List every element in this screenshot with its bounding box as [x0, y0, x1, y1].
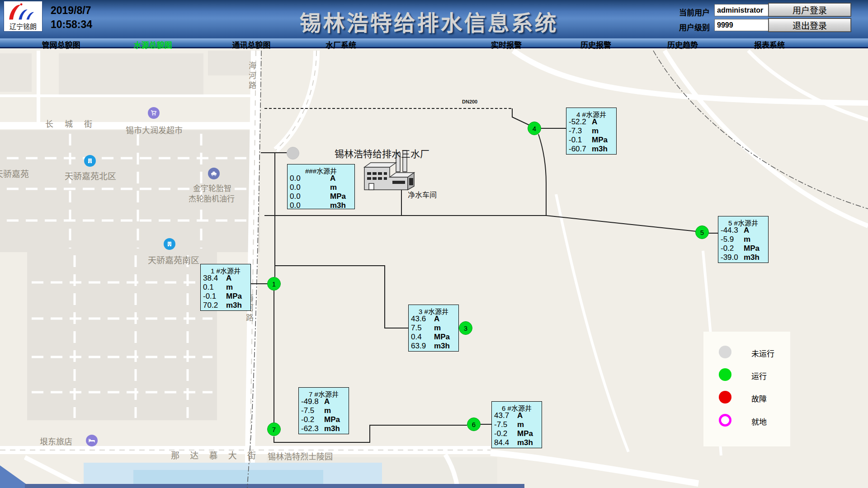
residence-building-icon — [84, 155, 96, 167]
hotel-bed-icon — [86, 435, 98, 446]
poi-label-martyrs-cemetery: 锡林浩特烈士陵园 — [268, 450, 333, 462]
well-level-value: -5.9 — [721, 235, 744, 244]
nav-tab-pipe-network-overview[interactable]: 管网总貌图 — [42, 39, 80, 50]
pipe-diameter-label: DN200 — [462, 99, 477, 104]
poi-label-hotel: 垠东旅店 — [40, 435, 72, 447]
area-label-tianjiao-south: 天骄嘉苑南区 — [148, 253, 199, 266]
well-title: 5 #水源井 — [718, 216, 768, 226]
well-title: 4 #水源井 — [566, 108, 616, 117]
well-current-value: -49.8 — [301, 397, 324, 406]
unit-mpa: MPa — [592, 136, 613, 145]
unit-ampere: A — [744, 226, 765, 235]
current-time: 10:58:34 — [51, 18, 92, 32]
well-pressure-value: -0.2 — [301, 415, 324, 424]
area-label-tianjiao: 天骄嘉苑 — [0, 167, 29, 179]
well-flow-value: 70.2 — [203, 301, 226, 310]
well-number: 4 — [533, 125, 536, 132]
well-pressure-value: -0.2 — [494, 429, 517, 438]
fault-status-icon — [719, 391, 731, 404]
idle-status-icon — [719, 346, 731, 358]
poi-label-tire-shop-2: 杰轮胎机油行 — [189, 192, 235, 204]
scada-screen: 辽宁铭朗 2019/8/7 10:58:34 锡林浩特给排水信息系统 当前用户 … — [0, 0, 868, 488]
well-number: 6 — [472, 421, 476, 428]
nav-tab-history-trend[interactable]: 历史趋势 — [667, 39, 698, 50]
unit-m3h: m3h — [744, 253, 765, 262]
well-level-value: 7.5 — [411, 324, 434, 333]
legend-row-idle: 未运行 — [703, 346, 790, 359]
unit-meter: m — [324, 406, 346, 415]
running-status-icon — [719, 368, 731, 381]
street-label-changcheng: 长 城 街 — [45, 117, 97, 129]
user-level-input[interactable] — [714, 19, 778, 31]
nav-tab-realtime-alarm[interactable]: 实时报警 — [491, 39, 522, 50]
well-flow-value: 84.4 — [494, 438, 517, 447]
unit-mpa: MPa — [226, 292, 248, 301]
unit-ampere: A — [324, 397, 346, 406]
well-5-status-circle[interactable]: 5 — [695, 225, 709, 239]
legend-row-running: 运行 — [703, 368, 790, 382]
well-number: 1 — [272, 280, 276, 288]
well-pressure-value: -0.2 — [721, 244, 744, 253]
well-4-status-circle[interactable]: 4 — [528, 122, 541, 135]
poi-label-tire-shop-1: 金宇轮胎智 — [193, 182, 231, 193]
datetime: 2019/8/7 10:58:34 — [51, 4, 92, 32]
well-flow-value: 63.9 — [411, 342, 434, 351]
current-date: 2019/8/7 — [51, 4, 92, 18]
nav-tab-water-plant-system[interactable]: 水厂系统 — [326, 39, 356, 50]
unit-ampere: A — [226, 274, 248, 283]
well-3-databox: 3 #水源井 43.6A 7.5m 0.4MPa 63.9m3h — [408, 305, 459, 352]
well-1-databox: 1 #水源井 38.4A 0.1m -0.1MPa 70.2m3h — [200, 264, 251, 311]
login-button[interactable]: 用户登录 — [769, 3, 851, 16]
well-6-databox: 6 #水源井 43.7A -7.5m -0.2MPa 84.4m3h — [491, 401, 542, 448]
unit-mpa: MPa — [330, 192, 352, 201]
well-current-value: 0.0 — [290, 174, 330, 183]
unit-m3h: m3h — [324, 424, 346, 433]
unit-meter: m — [330, 183, 352, 192]
unit-meter: m — [744, 235, 765, 244]
current-user-input[interactable] — [714, 4, 778, 16]
well-level-value: -7.3 — [569, 127, 592, 136]
well-level-value: 0.0 — [290, 183, 330, 192]
well-6-status-circle[interactable]: 6 — [467, 418, 481, 431]
nav-tab-communication-overview[interactable]: 通讯总貌图 — [232, 39, 271, 50]
unit-m3h: m3h — [517, 438, 539, 447]
nav-bar: 管网总貌图 水源总貌图 通讯总貌图 水厂系统 实时报警 历史报警 历史趋势 报表… — [0, 38, 868, 48]
well-pressure-value: -0.1 — [569, 136, 592, 145]
poi-label-supermarket: 锡市大润发超市 — [126, 124, 183, 136]
well-current-value: 43.7 — [494, 411, 517, 420]
unit-ampere: A — [517, 411, 539, 420]
unit-mpa: MPa — [744, 244, 765, 253]
well-7-status-circle[interactable]: 7 — [267, 422, 281, 436]
logo-swoosh-icon — [4, 1, 42, 23]
well-3-status-circle[interactable]: 3 — [459, 321, 472, 335]
legend-row-local: 就地 — [703, 414, 790, 427]
well-current-value: 43.6 — [411, 314, 434, 324]
well-current-value: 38.4 — [203, 274, 226, 283]
well-0-status-circle[interactable] — [287, 147, 299, 160]
well-flow-value: -39.0 — [721, 253, 744, 262]
well-1-status-circle[interactable]: 1 — [267, 277, 281, 291]
well-5-databox: 5 #水源井 -44.3A -5.9m -0.2MPa -39.0m3h — [718, 216, 769, 263]
well-pressure-value: 0.0 — [290, 192, 330, 201]
unit-m3h: m3h — [226, 301, 248, 310]
nav-tab-history-alarm[interactable]: 历史报警 — [580, 39, 611, 50]
shopping-cart-icon — [148, 107, 160, 119]
well-title: ###水源井 — [288, 164, 354, 174]
unit-mpa: MPa — [324, 415, 346, 424]
legend-label: 未运行 — [751, 347, 774, 359]
nav-tab-report-system[interactable]: 报表系统 — [754, 39, 785, 50]
unit-mpa: MPa — [517, 429, 539, 438]
current-user-label: 当前用户 — [679, 6, 710, 18]
well-7-databox: 7 #水源井 -49.8A -7.5m -0.2MPa -62.3m3h — [298, 387, 349, 434]
legend-row-fault: 故障 — [703, 391, 790, 404]
nav-tab-water-source-overview[interactable]: 水源总貌图 — [134, 39, 172, 50]
well-number: 7 — [272, 426, 276, 433]
logout-button[interactable]: 退出登录 — [769, 19, 851, 32]
workshop-label: 净水车间 — [408, 189, 437, 200]
status-legend: 未运行 运行 故障 就地 — [703, 332, 790, 446]
well-number: 5 — [700, 229, 704, 236]
unit-meter: m — [434, 324, 456, 333]
unit-ampere: A — [434, 314, 456, 324]
well-pressure-value: 0.4 — [411, 333, 434, 342]
logo-text: 辽宁铭朗 — [4, 21, 42, 31]
